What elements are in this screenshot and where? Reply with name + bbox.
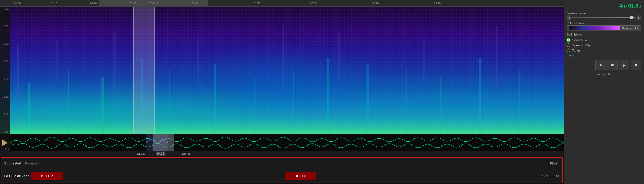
time-marker-left: 1:31.27 (137, 152, 145, 155)
bleep-button-2[interactable]: BLEEP (285, 172, 316, 180)
ruler-tick: 01:50 (254, 2, 260, 5)
freq-label-4k: 4.0k (0, 7, 10, 10)
time-marker-center: 04.36 (156, 152, 166, 156)
ruler-tick: 01:40 (192, 2, 198, 5)
svg-rect-15 (56, 39, 58, 83)
spectrogram-svg (0, 6, 564, 134)
processing-label: Processing (25, 162, 40, 165)
radio-label-speech-nb: Speech (NB) (572, 44, 590, 47)
svg-rect-16 (113, 32, 116, 90)
waveform-area: ZOOM 01:00 01:10 01:20 01:30 01:40 01:50 (0, 0, 564, 184)
optimize-label: Optimize for (566, 33, 641, 36)
radio-speech-wb[interactable] (566, 38, 570, 42)
optimize-speech-wb[interactable]: Speech (WB) (566, 38, 641, 42)
waveform-svg (10, 134, 564, 151)
svg-rect-19 (338, 32, 340, 83)
svg-rect-6 (254, 77, 255, 134)
svg-rect-9 (366, 64, 369, 134)
svg-rect-21 (496, 26, 498, 90)
svg-rect-1 (68, 70, 69, 134)
svg-rect-5 (214, 64, 216, 134)
speaker-icon (2, 140, 8, 146)
color-scheme-name: Specter (622, 27, 632, 30)
ruler-tick: 01:10 (51, 2, 57, 5)
dots-separator: . . . . . . . . . . . . . . . . . . . . … (42, 162, 546, 165)
dynamic-range-section: Dynamic range ◀ ▶ (566, 12, 641, 20)
dr-right-btn[interactable]: ▶ (637, 15, 641, 20)
svg-rect-0 (28, 83, 30, 134)
transport-controls: ⏮ ⏹ ▶ ⏸ (566, 60, 641, 70)
color-scheme-dropdown-icon[interactable]: ⬆⬇ (634, 27, 639, 30)
bleep-or-keep-label: BLEEP or keep (4, 174, 30, 178)
ruler-tick: 02:20 (434, 2, 441, 5)
optimize-speech-nb[interactable]: Speech (NB) (566, 43, 641, 47)
waveform-strip[interactable]: 16b (0, 134, 564, 151)
radio-label-tones: Tones (572, 49, 580, 52)
dynamic-range-label: Dynamic range (566, 12, 641, 15)
svg-rect-8 (327, 58, 329, 134)
play-button-top[interactable]: PLAY (548, 161, 560, 166)
stop-button[interactable]: ⏹ (607, 60, 618, 70)
svg-rect-4 (169, 70, 170, 134)
spectrogram-display[interactable]: 4.0k 3.5k 3.0k 2.5k 2.0k 1.5k 1.0k 500 (0, 6, 564, 134)
waveform-visual[interactable] (10, 134, 564, 151)
radio-speech-nb[interactable] (566, 43, 570, 47)
bleep-button-1[interactable]: BLEEP (32, 172, 62, 180)
suggestion-bottom-row: BLEEP or keep BLEEP BLEEP PLAY 16.6s (2, 169, 562, 183)
freq-label-2k: 2.0k (0, 78, 10, 81)
svg-rect-20 (423, 39, 425, 83)
ruler-tick: 01:00 (14, 2, 21, 5)
dynamic-range-row[interactable]: ◀ ▶ (566, 15, 641, 20)
freq-label-35k: 3.5k (0, 25, 10, 28)
color-scheme-select[interactable]: Specter ⬆⬇ (566, 25, 641, 31)
ruler-tick: 01:20 (90, 2, 97, 5)
play-transport-button[interactable]: ▶ (619, 60, 629, 70)
waveform-selection (153, 134, 174, 151)
timeline-ruler[interactable]: ZOOM 01:00 01:10 01:20 01:30 01:40 01:50 (0, 0, 564, 6)
dr-left-btn[interactable]: ◀ (566, 15, 571, 20)
optimize-section: Optimize for Speech (WB) Speech (NB) Ton… (566, 33, 641, 57)
bit-depth-label: 16b (0, 148, 10, 150)
time-marker-right: 1:35.63 (182, 152, 190, 155)
duration-label: 16.6s (552, 174, 560, 178)
optimize-tones[interactable]: Tones (566, 48, 641, 52)
svg-rect-14 (17, 45, 19, 96)
ruler-tick: 02:00 (310, 2, 317, 5)
time-display: 4m 01.8s (566, 2, 641, 10)
zoom-handle[interactable]: ZOOM (99, 0, 208, 6)
suggestion-panel: Suggested Processing . . . . . . . . . .… (1, 157, 563, 183)
svg-rect-10 (406, 70, 407, 134)
svg-rect-17 (197, 39, 199, 83)
suggested-label: Suggested (4, 161, 21, 165)
frequency-labels: 4.0k 3.5k 3.0k 2.5k 2.0k 1.5k 1.0k 500 (0, 6, 10, 134)
color-scheme-section: Color scheme Specter ⬆⬇ (566, 22, 641, 31)
svg-rect-7 (293, 70, 294, 134)
radio-label-speech-wb: Speech (WB) (572, 38, 590, 42)
zoom-label: ZOOM (149, 2, 158, 5)
rewind-button[interactable]: ⏮ (596, 60, 606, 70)
play-button-bottom[interactable]: PLAY (539, 173, 550, 179)
radio-tones[interactable] (566, 48, 570, 52)
dr-slider-thumb[interactable] (630, 16, 633, 19)
color-gradient-preview (569, 26, 620, 30)
time-markers-row: 1:31.27 04.36 1:35.63 (0, 151, 564, 156)
ruler-tick: 01:30 (130, 2, 136, 5)
svg-rect-18 (282, 26, 284, 90)
more-link[interactable]: more... (566, 54, 641, 57)
freq-label-500: 500 (0, 131, 10, 133)
svg-rect-13 (519, 70, 520, 134)
pause-button[interactable]: ⏸ (631, 60, 641, 70)
svg-rect-11 (440, 77, 441, 134)
freq-label-3k: 3.0k (0, 43, 10, 45)
freq-label-25k: 2.5k (0, 60, 10, 63)
svg-rect-12 (479, 58, 481, 134)
freq-label-1k: 1.0k (0, 113, 10, 115)
color-scheme-label: Color scheme (566, 22, 641, 25)
ruler-tick: 02:10 (372, 2, 379, 5)
svg-rect-2 (102, 77, 104, 134)
playhead-cursor (144, 6, 144, 134)
spectrogram-canvas (0, 6, 564, 134)
save-selection-label[interactable]: Save selection (566, 73, 641, 76)
dr-slider[interactable] (572, 17, 636, 18)
suggestion-top-row: Suggested Processing . . . . . . . . . .… (2, 158, 562, 169)
